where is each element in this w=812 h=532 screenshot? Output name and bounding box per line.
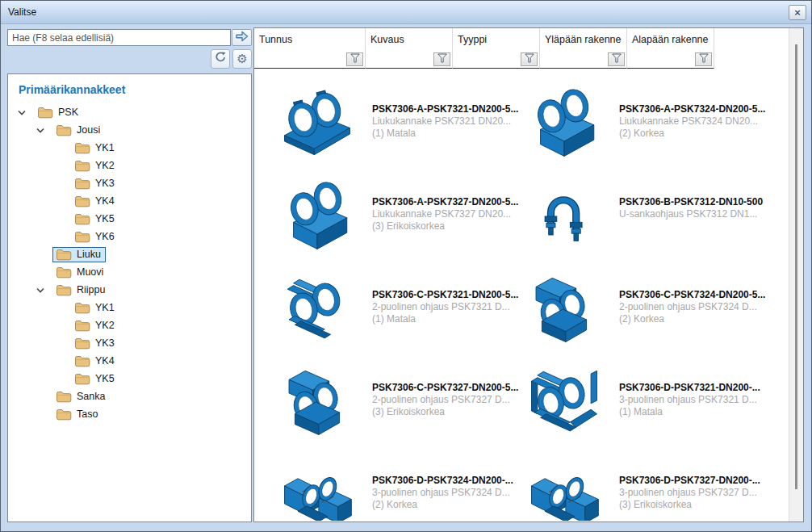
toolbar: ⚙	[211, 49, 252, 69]
item-type: (2) Korkea	[619, 313, 765, 325]
tree-item-label: YK5	[95, 213, 115, 224]
column-header[interactable]: Tyyppi	[453, 28, 540, 69]
tree-item[interactable]: Taso	[18, 405, 248, 423]
vertical-scrollbar[interactable]	[789, 28, 803, 522]
item-type: (2) Korkea	[619, 128, 765, 140]
tree-item[interactable]: YK1	[18, 299, 248, 316]
search-input[interactable]	[7, 29, 231, 46]
item-id: PSK7306-D-PSK7321-DN200-...	[619, 382, 760, 394]
tree-item[interactable]: YK6	[18, 228, 248, 245]
chevron-down-icon[interactable]	[55, 199, 68, 204]
part-thumbnail	[527, 272, 601, 346]
search-submit-button[interactable]	[232, 29, 252, 46]
folder-icon	[56, 249, 72, 261]
column-label: Alapään rakenne	[627, 28, 714, 45]
folder-icon	[56, 124, 72, 136]
chevron-down-icon[interactable]	[36, 412, 49, 417]
chevron-down-icon[interactable]	[55, 323, 68, 329]
tree-item-label: YK5	[95, 373, 115, 384]
chevron-down-icon[interactable]	[36, 128, 49, 133]
tree-item[interactable]: YK2	[18, 157, 248, 174]
filter-icon	[525, 53, 534, 63]
folder-icon	[74, 373, 90, 385]
catalog-item[interactable]: PSK7306-D-PSK7327-DN200-... 3-puolinen o…	[513, 455, 760, 521]
tree-item-label: YK1	[95, 302, 115, 313]
left-panel: ⚙ Primäärikannakkeet PSK	[7, 29, 252, 522]
tree-item[interactable]: YK2	[18, 316, 248, 334]
catalog-item[interactable]: PSK7306-D-PSK7324-DN200-... 3-puolinen o…	[266, 455, 513, 521]
tree-item-label: YK2	[95, 160, 115, 171]
tree-item[interactable]: PSK	[18, 103, 248, 121]
tree-item[interactable]: YK3	[18, 174, 248, 192]
chevron-down-icon[interactable]	[18, 110, 31, 115]
catalog-item[interactable]: PSK7306-B-PSK7312-DN10-500 U-sankaohjaus…	[513, 176, 760, 269]
chevron-down-icon[interactable]	[36, 270, 49, 275]
item-description: 2-puolinen ohjaus PSK7327 D...	[372, 394, 518, 406]
tree-item[interactable]: YK4	[18, 192, 248, 210]
chevron-down-icon[interactable]	[55, 216, 68, 222]
folder-icon	[56, 408, 72, 421]
tree-item-label: Sanka	[77, 391, 105, 402]
tree-item-label: Taso	[77, 408, 98, 420]
tree-item-label: Liuku	[77, 249, 101, 260]
tree-item[interactable]: Jousi	[18, 121, 248, 139]
tree-item[interactable]: YK5	[18, 210, 248, 228]
item-text: PSK7306-A-PSK7321-DN200-5... Liukukannak…	[372, 83, 518, 176]
refresh-button[interactable]	[211, 49, 230, 69]
column-header[interactable]: Kuvaus	[366, 28, 453, 69]
item-description: 2-puolinen ohjaus PSK7321 D...	[372, 301, 518, 313]
catalog-item[interactable]: PSK7306-A-PSK7321-DN200-5... Liukukannak…	[266, 83, 513, 176]
chevron-down-icon[interactable]	[36, 394, 49, 400]
part-thumbnail	[527, 86, 601, 161]
tree-item[interactable]: YK4	[18, 352, 248, 370]
folder-icon	[74, 195, 90, 207]
folder-icon	[56, 284, 72, 296]
tree-item[interactable]: Sanka	[18, 387, 248, 405]
title-bar[interactable]: Valitse ×	[1, 1, 811, 24]
tree-item[interactable]: YK1	[18, 139, 248, 157]
chevron-down-icon[interactable]	[36, 287, 49, 293]
chevron-down-icon[interactable]	[55, 305, 68, 311]
catalog-item[interactable]: PSK7306-A-PSK7327-DN200-5... Liukukannak…	[266, 176, 513, 269]
catalog-item[interactable]: PSK7306-C-PSK7327-DN200-5... 2-puolinen …	[266, 362, 513, 455]
item-text: PSK7306-C-PSK7321-DN200-5... 2-puolinen …	[372, 269, 518, 362]
filter-button[interactable]	[608, 52, 625, 66]
catalog-item[interactable]: PSK7306-D-PSK7321-DN200-... 3-puolinen o…	[513, 362, 760, 455]
column-header[interactable]: Alapään rakenne	[627, 28, 714, 69]
part-thumbnail	[280, 86, 354, 161]
item-description: Liukukannake PSK7327 DN20...	[372, 208, 518, 220]
item-text: PSK7306-A-PSK7327-DN200-5... Liukukannak…	[372, 176, 518, 269]
catalog-item[interactable]: PSK7306-A-PSK7324-DN200-5... Liukukannak…	[513, 83, 760, 176]
filter-button[interactable]	[695, 52, 712, 66]
close-button[interactable]: ×	[789, 5, 806, 20]
item-id: PSK7306-A-PSK7324-DN200-5...	[619, 103, 765, 115]
scrollbar-thumb[interactable]	[795, 44, 797, 489]
chevron-down-icon[interactable]	[55, 341, 68, 346]
chevron-down-icon[interactable]	[55, 181, 68, 186]
settings-button[interactable]: ⚙	[232, 49, 252, 69]
column-header[interactable]: Yläpään rakenne	[540, 28, 627, 69]
filter-button[interactable]	[346, 52, 363, 66]
chevron-down-icon[interactable]	[55, 234, 68, 240]
column-header[interactable]: Tunnus	[254, 28, 366, 69]
tree-item[interactable]: YK3	[18, 334, 248, 352]
tree-item[interactable]: Riippu	[18, 281, 248, 299]
item-description: Liukukannake PSK7321 DN20...	[372, 115, 518, 128]
chevron-down-icon[interactable]	[36, 252, 49, 258]
tree-item[interactable]: YK5	[18, 370, 248, 387]
item-text: PSK7306-D-PSK7324-DN200-... 3-puolinen o…	[372, 455, 513, 521]
folder-icon	[74, 320, 90, 332]
catalog-item[interactable]: PSK7306-C-PSK7321-DN200-5... 2-puolinen …	[266, 269, 513, 362]
chevron-down-icon[interactable]	[55, 376, 68, 382]
filter-button[interactable]	[521, 52, 538, 66]
tree-item[interactable]: Muovi	[18, 263, 248, 281]
filter-button[interactable]	[433, 52, 450, 66]
item-text: PSK7306-C-PSK7324-DN200-5... 2-puolinen …	[619, 269, 765, 362]
item-id: PSK7306-C-PSK7321-DN200-5...	[372, 289, 518, 301]
chevron-down-icon[interactable]	[55, 358, 68, 364]
catalog-item[interactable]: PSK7306-C-PSK7324-DN200-5... 2-puolinen …	[513, 269, 760, 362]
chevron-down-icon[interactable]	[55, 163, 68, 169]
chevron-down-icon[interactable]	[55, 145, 68, 151]
item-description: Liukukannake PSK7324 DN20...	[619, 115, 765, 128]
tree-item[interactable]: Liuku	[18, 245, 248, 263]
